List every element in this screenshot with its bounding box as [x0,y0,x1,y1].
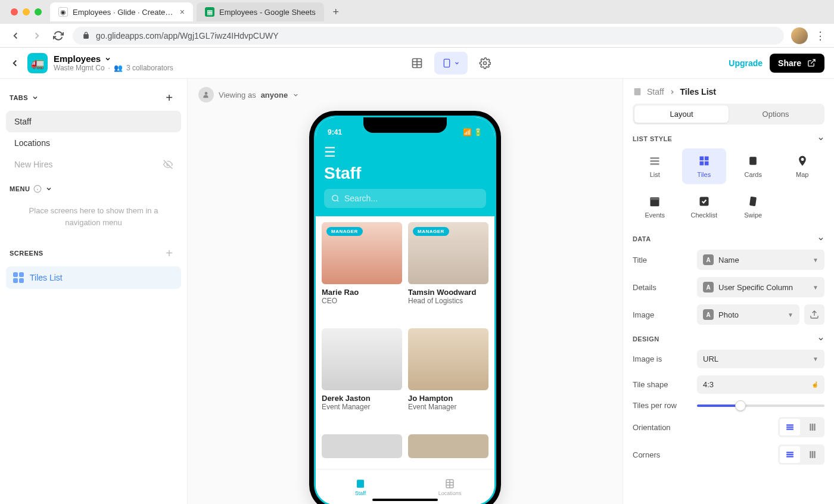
reload-button[interactable] [51,29,66,43]
menu-section-label[interactable]: MENU [10,185,52,193]
tab-title: Employees - Google Sheets [219,8,316,17]
style-tiles[interactable]: Tiles [682,148,727,184]
phone-view-button[interactable] [434,52,468,74]
details-label: Details [633,283,692,292]
svg-rect-42 [814,451,815,458]
upload-button[interactable] [804,304,824,325]
close-window[interactable] [11,8,18,15]
svg-rect-40 [810,451,811,458]
corners-rounded[interactable] [802,446,823,463]
left-sidebar: TABS + Staff Locations New Hires MENU Pl… [0,79,188,504]
add-tab-button[interactable]: + [161,89,178,106]
svg-rect-31 [786,424,793,425]
preview-canvas: Viewing as anyone 9:41 📶 🔋 ☰ Staff Searc… [188,79,623,504]
svg-rect-13 [357,480,364,488]
phone-preview: 9:41 📶 🔋 ☰ Staff Search... MANAGER Marie… [309,111,501,504]
sidebar-tab-staff[interactable]: Staff [6,111,181,132]
new-tab-button[interactable]: + [328,4,344,20]
svg-rect-38 [786,454,793,455]
style-swipe[interactable]: Swipe [731,189,776,225]
design-header[interactable]: DESIGN [633,335,824,343]
settings-view-button[interactable] [472,52,497,74]
tile-item[interactable]: Jo Hampton Event Manager [408,328,488,428]
list-style-header[interactable]: LIST STYLE [633,135,824,142]
data-header[interactable]: DATA [633,235,824,242]
layout-options-tabs: Layout Options [633,104,824,125]
chevron-right-icon [669,89,676,95]
image-is-select[interactable]: URL▼ [697,350,824,368]
crumb-parent[interactable]: Staff [647,87,664,97]
sidebar-tab-locations[interactable]: Locations [6,132,181,154]
manager-badge: MANAGER [413,227,449,236]
forward-button[interactable] [30,29,44,43]
image-label: Image [633,310,692,319]
tile-shape-select[interactable]: 4:3☝ [697,375,824,394]
minimize-window[interactable] [23,8,30,15]
app-name[interactable]: Employees [54,54,173,64]
layout-tab[interactable]: Layout [634,105,729,123]
svg-rect-36 [814,424,815,431]
app-back-button[interactable] [10,58,20,69]
user-icon [198,87,214,102]
add-screen-button[interactable]: + [161,245,178,262]
maximize-window[interactable] [35,8,42,15]
orientation-toggle [778,417,824,437]
right-panel: Staff Tiles List Layout Options LIST STY… [623,79,834,504]
image-select[interactable]: APhoto▼ [697,304,799,325]
browser-tab-glide[interactable]: ◉ Employees · Glide · Create apps × [50,2,193,21]
style-list[interactable]: List [633,148,677,184]
screen-icon [633,87,642,97]
options-tab[interactable]: Options [729,105,823,123]
hamburger-icon[interactable]: ☰ [324,145,486,160]
details-select[interactable]: AUser Specific Column▼ [697,277,824,297]
manager-badge: MANAGER [326,227,363,236]
profile-avatar[interactable] [791,27,808,44]
close-tab-icon[interactable]: × [180,7,185,17]
tab-strip: ◉ Employees · Glide · Create apps × ▦ Em… [0,0,834,24]
tab-title: Employees · Glide · Create apps [73,8,175,17]
style-map[interactable]: Map [780,148,825,184]
share-button[interactable]: Share [770,54,824,73]
tile-shape-label: Tile shape [633,380,692,389]
browser-tab-sheets[interactable]: ▦ Employees - Google Sheets [197,2,324,21]
upgrade-link[interactable]: Upgrade [729,58,763,68]
cursor-hand-icon: ☝ [811,381,819,388]
chevron-down-icon [32,94,39,101]
svg-rect-21 [651,163,659,165]
tabs-section-label[interactable]: TABS [10,94,39,101]
tile-item[interactable]: MANAGER Tamsin Woodward Head of Logistic… [408,222,488,322]
svg-rect-28 [651,197,659,200]
corners-square[interactable] [780,446,800,463]
style-cards[interactable]: Cards [731,148,776,184]
style-checklist[interactable]: Checklist [682,189,727,225]
chevron-down-icon [817,135,824,142]
tile-item[interactable]: Derek Jaston Event Manager [322,328,402,428]
search-input[interactable]: Search... [324,189,486,208]
screen-tiles-list[interactable]: Tiles List [6,266,181,289]
collaborators-icon: 👥 [114,64,123,72]
viewing-as-selector[interactable]: Viewing as anyone [198,79,299,111]
tiles-per-row-label: Tiles per row [633,401,692,410]
lock-icon [82,32,90,39]
address-bar[interactable]: go.glideapps.com/app/Wgj1GL7iwz4IHdvpCUW… [73,27,784,45]
sidebar-tab-new-hires[interactable]: New Hires [6,154,181,175]
tiles-icon [13,272,24,283]
window-controls [6,8,46,15]
style-events[interactable]: Events [633,189,677,225]
back-button[interactable] [8,29,23,43]
orientation-vertical[interactable] [802,419,823,435]
data-view-button[interactable] [404,52,430,74]
tiles-per-row-slider[interactable] [697,405,824,407]
title-select[interactable]: AName▼ [697,250,824,270]
app-meta: Waste Mgmt Co · 👥 3 collaborators [54,64,173,72]
browser-toolbar: go.glideapps.com/app/Wgj1GL7iwz4IHdvpCUW… [0,24,834,48]
phone-screen-title: Staff [324,164,486,183]
svg-rect-41 [812,451,813,458]
tiles-grid[interactable]: MANAGER Marie Rao CEO MANAGER Tamsin Woo… [316,216,494,481]
title-label: Title [633,256,692,265]
svg-point-6 [483,61,486,64]
tile-item[interactable]: MANAGER Marie Rao CEO [322,222,402,322]
browser-menu-icon[interactable]: ⋮ [815,29,826,42]
svg-rect-24 [699,161,704,166]
orientation-horizontal[interactable] [780,419,800,435]
